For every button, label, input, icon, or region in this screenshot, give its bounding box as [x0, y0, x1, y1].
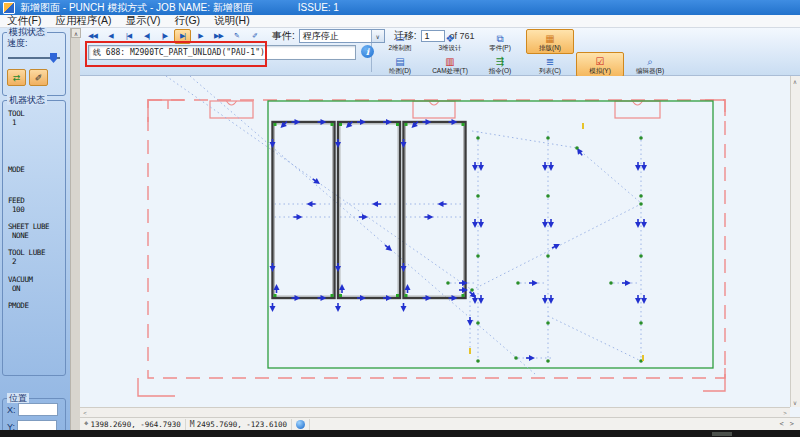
red-annotation-box [85, 41, 267, 67]
part-outline [404, 122, 466, 298]
tab-parts[interactable]: ⧉ 零件(P) [476, 29, 524, 54]
event-dropdown-value: 程序停止 [303, 30, 339, 43]
canvas-vscrollbar[interactable]: ∧ ∨ [790, 76, 800, 407]
scroll-down-icon[interactable]: ∨ [790, 397, 800, 407]
field-tool-label: TOOL [8, 109, 65, 118]
left-panel: 模拟状态 速度: ⇄ ✐ 机器状态 TOOL 1 MODE FEED 100 S… [0, 28, 70, 437]
nc-code-icon: ⇶ [496, 56, 504, 67]
menu-help[interactable]: 说明(H) [207, 14, 257, 28]
speed-slider-thumb[interactable] [50, 53, 57, 63]
field-vacuum-label: VACUUM [8, 275, 65, 284]
field-pmode-label: PMODE [8, 301, 65, 310]
pager-left-icon[interactable]: < [780, 420, 784, 428]
menu-view[interactable]: 显示(V) [118, 14, 167, 28]
editor-icon: ⌕ [647, 56, 653, 67]
3d-design-icon: ❖ [446, 33, 455, 44]
simulation-status-title: 模拟状态 [7, 27, 47, 37]
field-mode-label: MODE [8, 165, 65, 174]
sim-canvas-svg [80, 76, 790, 407]
field-feed-value: 100 [12, 205, 65, 214]
field-feed-label: FEED [8, 196, 65, 205]
tab-nesting[interactable]: ▦ 排版(N) [526, 29, 574, 54]
bottom-black-strip [0, 430, 800, 437]
tab-3d-design[interactable]: ❖ 3维设计 [426, 29, 474, 54]
tab-draw[interactable]: ▤ 绘图(D) [376, 52, 424, 77]
issue-label: ISSUE: 1 [298, 2, 339, 13]
field-tool-value: 1 [12, 118, 65, 127]
tab-simulation[interactable]: ☑ 模拟(Y) [576, 52, 624, 77]
field-toollube-label: TOOL LUBE [8, 248, 65, 257]
draw-icon: ▤ [395, 56, 404, 67]
tab-editor[interactable]: ⌕ 编辑器(B) [626, 52, 674, 77]
field-sheetlube-value: NONE [12, 231, 65, 240]
field-sheetlube-label: SHEET LUBE [8, 222, 65, 231]
menu-line[interactable]: 行(G) [167, 14, 207, 28]
field-toollube-value: 2 [12, 257, 65, 266]
2d-draft-icon: ▭ [395, 33, 404, 44]
event-dropdown[interactable]: 程序停止 ∨ [299, 29, 385, 43]
x-input[interactable] [18, 403, 58, 416]
cursor-position-field: ⌖ 1398.2690, -964.7930 [80, 419, 186, 430]
tab-2d-draft[interactable]: ▭ 2维制图 [376, 29, 424, 54]
left-panel-scrollbar[interactable]: ∧ [70, 28, 80, 437]
machine-status-title: 机器状态 [7, 95, 47, 105]
module-row-1: ▭ 2维制图 ❖ 3维设计 ⧉ 零件(P) ▦ 排版(N) [376, 29, 574, 54]
part-outline [338, 122, 400, 298]
machine-status-group: 机器状态 TOOL 1 MODE FEED 100 SHEET LUBE NON… [2, 100, 66, 376]
status-bar: ⌖ 1398.2690, -964.7930 M 2495.7690, -123… [80, 417, 800, 430]
menu-file[interactable]: 文件(F) [0, 14, 48, 28]
simulation-icon: ☑ [596, 56, 605, 67]
taskbar-sliver [712, 432, 732, 436]
simulation-status-group: 模拟状态 速度: ⇄ ✐ [2, 32, 66, 96]
speed-label: 速度: [7, 37, 28, 50]
window-title: 新增图面 - PUNCH 模拟方式 - JOB NAME: 新增图面 [20, 1, 253, 15]
title-bar: 新增图面 - PUNCH 模拟方式 - JOB NAME: 新增图面 ISSUE… [0, 0, 800, 15]
status-pager: < > [780, 420, 800, 428]
globe-icon [296, 420, 305, 429]
menu-bar: 文件(F) 应用程序(A) 显示(V) 行(G) 说明(H) [0, 15, 800, 28]
scroll-up-icon[interactable]: ∧ [790, 76, 800, 86]
machine-position-field: M 2495.7690, -123.6100 [186, 419, 292, 430]
toolpath-toggle-button[interactable]: ⇄ [7, 69, 26, 86]
pager-right-icon[interactable]: > [790, 420, 794, 428]
tab-list[interactable]: ≣ 列表(C) [526, 52, 574, 77]
cursor-position-value: 1398.2690, -964.7930 [91, 420, 181, 429]
speed-slider[interactable] [8, 53, 60, 63]
trace-toggle-button[interactable]: ✐ [29, 69, 48, 86]
menu-application[interactable]: 应用程序(A) [48, 14, 118, 28]
tab-nc-code[interactable]: ⇶ 指令(O) [476, 52, 524, 77]
cursor-position-icon: ⌖ [84, 419, 89, 429]
list-icon: ≣ [546, 56, 554, 67]
info-icon[interactable]: i [361, 45, 374, 58]
event-label: 事件: [272, 29, 295, 43]
machine-position-value: 2495.7690, -123.6100 [197, 420, 287, 429]
position-title: 位置 [7, 393, 29, 403]
units-segment [292, 419, 310, 430]
app-icon [3, 2, 15, 14]
nesting-icon: ▦ [545, 33, 554, 44]
scroll-up-icon[interactable]: ∧ [71, 28, 81, 38]
field-vacuum-value: ON [12, 284, 65, 293]
machine-position-icon: M [190, 420, 195, 429]
tab-cam[interactable]: ▥ CAM处理(T) [426, 52, 474, 77]
simulation-canvas[interactable] [80, 76, 790, 407]
canvas-hscrollbar[interactable]: < > [80, 407, 790, 417]
module-row-2: ▤ 绘图(D) ▥ CAM处理(T) ⇶ 指令(O) ≣ 列表(C) ☑ 模拟(… [376, 52, 674, 77]
parts-icon: ⧉ [496, 33, 503, 44]
cam-icon: ▥ [445, 56, 454, 67]
part-outline [273, 122, 335, 298]
x-label: X: [7, 405, 16, 415]
sim-toggle-buttons: ⇄ ✐ [7, 69, 48, 86]
